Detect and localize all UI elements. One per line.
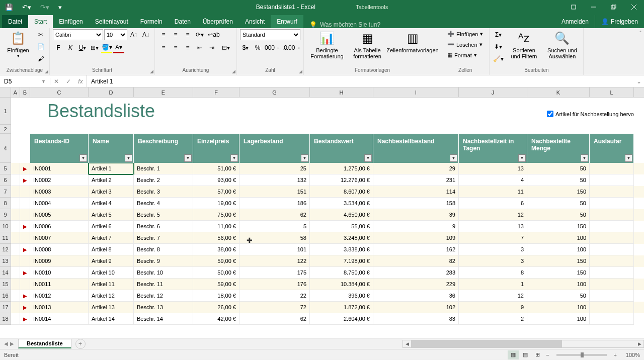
table-cell[interactable]: IN0010 <box>30 267 89 279</box>
table-row[interactable]: IN0011Artikel 11Beschr. 1159,00 €17610.3… <box>11 279 644 290</box>
table-cell[interactable]: ▶ <box>20 302 30 313</box>
filter-dropdown-icon[interactable]: ▼ <box>184 154 192 162</box>
table-cell[interactable]: IN0011 <box>30 279 89 290</box>
table-cell[interactable]: 9 <box>373 221 459 232</box>
table-cell[interactable]: Artikel 9 <box>89 255 134 267</box>
table-cell[interactable]: Artikel 2 <box>89 174 134 186</box>
tab-entwurf[interactable]: Entwurf <box>271 15 303 28</box>
table-cell[interactable]: 22 <box>239 290 310 302</box>
table-cell[interactable]: Artikel 12 <box>89 290 134 302</box>
tab-datei[interactable]: Datei <box>2 15 28 28</box>
table-cell[interactable]: 100 <box>527 279 590 290</box>
table-cell[interactable]: 39 <box>373 209 459 221</box>
table-cell[interactable]: 19,00 € <box>193 198 239 209</box>
qat-customize-icon[interactable]: ▾ <box>55 3 65 12</box>
cancel-formula-button[interactable]: ✕ <box>50 75 62 87</box>
row-header-11[interactable]: 11 <box>0 232 11 244</box>
row-header-2[interactable]: 2 <box>0 125 11 134</box>
filter-dropdown-icon[interactable]: ▼ <box>230 154 238 162</box>
table-cell[interactable]: 93,00 € <box>193 174 239 186</box>
table-cell[interactable]: Beschr. 10 <box>134 267 193 279</box>
font-name-select[interactable]: Calibri <box>53 29 103 40</box>
table-cell[interactable] <box>11 198 20 209</box>
table-cell[interactable]: 50 <box>527 198 590 209</box>
select-all-corner[interactable] <box>0 87 11 97</box>
zoom-out-button[interactable]: − <box>544 352 551 358</box>
table-cell[interactable]: Beschr. 5 <box>134 209 193 221</box>
table-cell[interactable]: IN0007 <box>30 232 89 244</box>
table-cell[interactable]: 6 <box>459 198 527 209</box>
italic-button[interactable]: K <box>65 42 76 53</box>
clear-button[interactable]: 🧹▾ <box>493 53 504 64</box>
align-right-button[interactable]: ≡ <box>182 42 193 53</box>
table-cell[interactable]: 3.248,00 € <box>310 232 373 244</box>
row-header-6[interactable]: 6 <box>0 174 11 186</box>
table-cell[interactable]: 25 <box>239 163 310 174</box>
table-cell[interactable]: 175 <box>239 267 310 279</box>
column-header-L[interactable]: L <box>590 87 634 97</box>
filter-dropdown-icon[interactable]: ▼ <box>301 154 308 162</box>
scroll-left-icon[interactable]: ◀ <box>403 341 411 346</box>
table-cell[interactable]: ▶ <box>20 244 30 255</box>
number-format-select[interactable]: Standard <box>240 29 300 40</box>
table-cell[interactable]: 26,00 € <box>193 302 239 313</box>
font-color-button[interactable]: A▾ <box>113 42 124 53</box>
table-cell[interactable]: IN0005 <box>30 209 89 221</box>
table-cell[interactable]: IN0006 <box>30 221 89 232</box>
bold-button[interactable]: F <box>53 42 64 53</box>
table-cell[interactable]: ▶ <box>20 313 30 325</box>
table-cell[interactable]: 82 <box>373 255 459 267</box>
table-cell[interactable]: 396,00 € <box>310 290 373 302</box>
increase-indent-button[interactable]: ⇥ <box>206 42 217 53</box>
table-cell[interactable]: IN0003 <box>30 186 89 198</box>
fill-color-button[interactable]: 🪣▾ <box>101 42 112 53</box>
insert-cells-button[interactable]: ➕Einfügen ▾ <box>444 29 486 39</box>
column-header-H[interactable]: H <box>310 87 373 97</box>
table-cell[interactable]: 62 <box>239 313 310 325</box>
column-header-C[interactable]: C <box>30 87 89 97</box>
increase-font-button[interactable]: A↑ <box>128 29 139 40</box>
table-row[interactable]: IN0007Artikel 7Beschr. 756,00 €583.248,0… <box>11 232 644 244</box>
table-cell[interactable]: Beschr. 2 <box>134 174 193 186</box>
table-cell[interactable]: 151 <box>239 186 310 198</box>
scroll-right-icon[interactable]: ▶ <box>635 341 643 346</box>
table-cell[interactable]: 72 <box>239 302 310 313</box>
table-cell[interactable]: ▶ <box>20 221 30 232</box>
table-row[interactable]: IN0004Artikel 4Beschr. 419,00 €1863.534,… <box>11 198 644 209</box>
table-cell[interactable]: 4.650,00 € <box>310 209 373 221</box>
tab-start[interactable]: Start <box>28 15 53 28</box>
table-cell[interactable]: IN0004 <box>30 198 89 209</box>
row-header-17[interactable]: 17 <box>0 302 11 313</box>
table-row[interactable]: ▶IN0008Artikel 8Beschr. 838,00 €1013.838… <box>11 244 644 255</box>
table-cell[interactable] <box>20 232 30 244</box>
font-size-select[interactable]: 10 <box>104 29 127 40</box>
filter-dropdown-icon[interactable]: ▼ <box>125 154 132 162</box>
paste-button[interactable]: 📋 Einfügen ▾ <box>3 29 33 60</box>
tab-daten[interactable]: Daten <box>169 15 197 28</box>
table-cell[interactable]: 186 <box>239 198 310 209</box>
row-header-9[interactable]: 9 <box>0 209 11 221</box>
table-cell[interactable]: ▶ <box>20 163 30 174</box>
add-sheet-button[interactable]: + <box>75 339 86 349</box>
table-cell[interactable]: Artikel 11 <box>89 279 134 290</box>
table-cell[interactable] <box>590 174 634 186</box>
table-cell[interactable]: 57,00 € <box>193 186 239 198</box>
table-header[interactable]: Nachbestellte Menge▼ <box>527 134 590 163</box>
formula-input[interactable]: Artikel 1 <box>87 78 634 85</box>
table-cell[interactable]: 8.607,00 € <box>310 186 373 198</box>
table-cell[interactable]: 10.384,00 € <box>310 279 373 290</box>
align-left-button[interactable]: ≡ <box>158 42 169 53</box>
table-cell[interactable] <box>590 198 634 209</box>
table-cell[interactable] <box>11 221 20 232</box>
table-cell[interactable]: 162 <box>373 244 459 255</box>
table-cell[interactable]: IN0013 <box>30 302 89 313</box>
row-header-7[interactable]: 7 <box>0 186 11 198</box>
find-select-button[interactable]: 🔍Suchen und Auswählen <box>544 29 580 61</box>
table-cell[interactable]: 1.275,00 € <box>310 163 373 174</box>
page-layout-view-button[interactable]: ▤ <box>520 350 531 359</box>
table-cell[interactable]: 2.604,00 € <box>310 313 373 325</box>
table-cell[interactable] <box>11 209 20 221</box>
row-header-1[interactable]: 1 <box>0 98 11 125</box>
table-cell[interactable]: 11,00 € <box>193 221 239 232</box>
table-cell[interactable] <box>20 186 30 198</box>
